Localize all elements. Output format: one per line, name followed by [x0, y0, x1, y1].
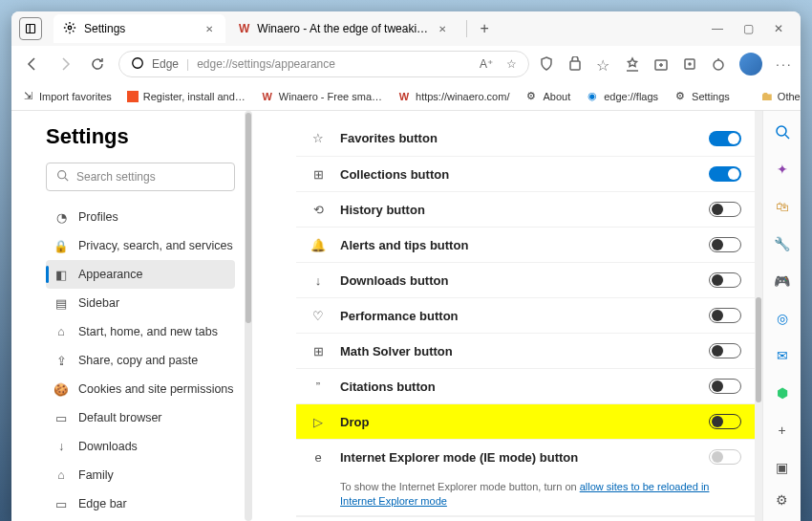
setting-label: Collections button	[340, 167, 449, 182]
maximize-button[interactable]: ▢	[741, 22, 755, 35]
forward-button[interactable]	[53, 53, 76, 76]
folder-icon: 🖿	[760, 89, 773, 103]
setting-label: Citations button	[340, 380, 436, 394]
w-icon: W	[261, 90, 274, 103]
office-icon[interactable]: ◎	[773, 309, 792, 327]
nav-label: Share, copy and paste	[78, 354, 198, 367]
refresh-button[interactable]	[86, 53, 109, 76]
toggle-internet-explorer-mode-ie-mode-button[interactable]	[709, 449, 741, 465]
new-tab-button[interactable]: +	[471, 15, 498, 42]
favorites-bar-icon[interactable]: ☆	[596, 56, 611, 72]
collections-icon[interactable]	[653, 56, 669, 72]
toggle-math-solver-button[interactable]	[709, 343, 741, 358]
profile-avatar[interactable]	[739, 53, 762, 76]
sidebar-item-family[interactable]: ⌂Family	[46, 461, 235, 489]
minimize-button[interactable]: —	[711, 22, 724, 35]
tab-actions-icon[interactable]	[19, 17, 42, 40]
setting-icon: 🔔	[310, 236, 327, 253]
sidebar-item-default-browser[interactable]: ▭Default browser	[46, 403, 235, 432]
close-icon[interactable]: ✕	[203, 22, 216, 35]
discover-icon[interactable]: ✦	[773, 160, 792, 178]
browser-window: Settings ✕ W Winaero - At the edge of tw…	[11, 11, 801, 521]
gear-icon	[63, 21, 76, 37]
fav-link[interactable]: ⚙About	[524, 90, 570, 103]
search-rail-icon[interactable]	[773, 122, 792, 141]
toggle-drop[interactable]	[709, 414, 741, 429]
hide-rail-icon[interactable]: ▣	[773, 458, 792, 477]
sidebar-item-edge-bar[interactable]: ▭Edge bar	[46, 489, 235, 518]
favorite-star-icon[interactable]: ☆	[506, 57, 517, 71]
toggle-downloads-button[interactable]	[709, 272, 741, 288]
drop-rail-icon[interactable]: ⬢	[773, 383, 792, 402]
svg-point-2	[68, 26, 72, 30]
url-text: edge://settings/appearance	[197, 57, 472, 71]
sidebar-item-cookies-and-site-permissions[interactable]: 🍪Cookies and site permissions	[46, 375, 235, 403]
close-icon[interactable]: ✕	[436, 22, 449, 35]
import-favorites[interactable]: ⇲Import favorites	[21, 90, 112, 103]
close-window-button[interactable]: ✕	[772, 22, 785, 35]
setting-label: Downloads button	[340, 273, 448, 288]
tab-winaero[interactable]: W Winaero - At the edge of tweaki… ✕	[229, 14, 459, 43]
setting-row-internet-explorer-mode-ie-mode-button: e Internet Explorer mode (IE mode) butto…	[296, 439, 755, 474]
toggle-collections-button[interactable]	[709, 166, 741, 182]
sidebar-item-appearance[interactable]: ◧Appearance	[46, 260, 235, 289]
nav-label: Edge bar	[78, 497, 127, 510]
add-rail-icon[interactable]: +	[773, 421, 792, 439]
nav-label: Family	[78, 468, 114, 482]
performance-icon[interactable]	[711, 56, 726, 72]
reading-icon[interactable]: A⁺	[480, 57, 493, 71]
setting-icon: ⟲	[310, 201, 327, 218]
shopping-icon[interactable]	[567, 56, 583, 72]
favorites-hub-icon[interactable]	[625, 56, 640, 72]
search-input[interactable]: Search settings	[46, 163, 235, 191]
nav-icon: ▭	[53, 496, 69, 511]
toggle-performance-button[interactable]	[709, 308, 741, 323]
fav-link[interactable]: ⚙Settings	[673, 90, 730, 103]
sidebar-item-profiles[interactable]: ◔Profiles	[46, 203, 235, 231]
back-button[interactable]	[21, 53, 44, 76]
setting-row-performance-button: ♡ Performance button	[296, 297, 755, 333]
nav-label: Downloads	[78, 440, 138, 453]
sidebar-item-privacy-search-and-services[interactable]: 🔒Privacy, search, and services	[46, 231, 235, 260]
setting-row-math-solver-button: ⊞ Math Solver button	[296, 333, 755, 368]
toggle-history-button[interactable]	[709, 202, 741, 217]
setting-icon: ”	[310, 378, 327, 395]
main-scrollbar[interactable]	[755, 111, 762, 521]
games-icon[interactable]: 🎮	[773, 271, 792, 290]
setting-label: Drop	[340, 415, 369, 429]
fav-link[interactable]: Whttps://winaero.com/	[397, 90, 509, 103]
other-favorites[interactable]: 🖿Other favorites	[760, 89, 801, 103]
nav-label: Privacy, search, and services	[78, 239, 233, 252]
sidebar-item-downloads[interactable]: ↓Downloads	[46, 432, 235, 461]
tab-settings[interactable]: Settings ✕	[53, 14, 225, 43]
site-favicon: W	[239, 22, 249, 35]
toggle-favorites-button[interactable]	[709, 131, 741, 146]
shield-icon[interactable]	[539, 56, 554, 72]
rail-settings-icon[interactable]: ⚙	[773, 490, 792, 510]
ie-mode-link[interactable]: allow sites to be reloaded in Internet E…	[340, 481, 709, 507]
setting-label: Alerts and tips button	[340, 238, 468, 252]
setting-icon: ▷	[310, 413, 327, 430]
edge-icon: ◉	[586, 90, 599, 103]
toggle-alerts-and-tips-button[interactable]	[709, 237, 741, 252]
extensions-icon[interactable]	[682, 56, 697, 72]
nav-label: Default browser	[78, 411, 162, 424]
tab-title: Settings	[84, 22, 125, 35]
toolbar: ☆ ···	[539, 53, 791, 76]
fav-link[interactable]: Register, install and…	[127, 91, 246, 102]
shopping-rail-icon[interactable]: 🛍	[773, 197, 792, 215]
content-area: Settings Search settings ◔Profiles🔒Priva…	[11, 111, 801, 521]
svg-point-13	[58, 171, 66, 179]
titlebar: Settings ✕ W Winaero - At the edge of tw…	[11, 11, 801, 46]
more-menu-button[interactable]: ···	[776, 56, 791, 72]
sidebar-item-sidebar[interactable]: ▤Sidebar	[46, 289, 235, 317]
toggle-citations-button[interactable]	[709, 379, 741, 394]
url-input[interactable]: Edge | edge://settings/appearance A⁺ ☆	[118, 51, 529, 77]
sidebar-item-start-home-and-new-tabs[interactable]: ⌂Start, home, and new tabs	[46, 317, 235, 346]
sidebar-item-share-copy-and-paste[interactable]: ⇪Share, copy and paste	[46, 346, 235, 375]
tools-icon[interactable]: 🔧	[773, 234, 792, 252]
outlook-icon[interactable]: ✉	[773, 346, 792, 364]
fav-link[interactable]: WWinaero - Free sma…	[261, 90, 382, 103]
nav-icon: 🍪	[53, 381, 69, 397]
fav-link[interactable]: ◉edge://flags	[586, 90, 658, 103]
